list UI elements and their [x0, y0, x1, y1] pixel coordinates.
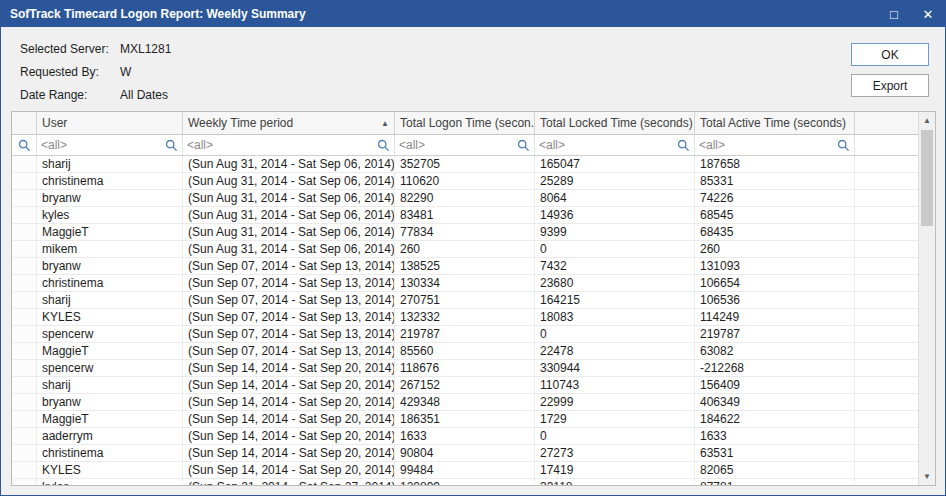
column-header-logon[interactable]: Total Logon Time (secon...: [395, 112, 535, 134]
table-row[interactable]: sharij(Sun Sep 14, 2014 - Sat Sep 20, 20…: [12, 377, 918, 394]
cell-logon[interactable]: 1633: [395, 428, 535, 445]
cell-user[interactable]: bryanw: [37, 258, 183, 275]
cell-active[interactable]: 187658: [695, 156, 855, 173]
cell-user[interactable]: kyles: [37, 207, 183, 224]
table-row[interactable]: MaggieT(Sun Sep 07, 2014 - Sat Sep 13, 2…: [12, 343, 918, 360]
table-row[interactable]: KYLES(Sun Sep 14, 2014 - Sat Sep 20, 201…: [12, 462, 918, 479]
column-header-active[interactable]: Total Active Time (seconds): [695, 112, 855, 134]
filter-cell-active[interactable]: <all>: [695, 135, 855, 155]
cell-logon[interactable]: 270751: [395, 292, 535, 309]
cell-user[interactable]: christinema: [37, 275, 183, 292]
cell-period[interactable]: (Sun Sep 07, 2014 - Sat Sep 13, 2014): [183, 258, 395, 275]
cell-period[interactable]: (Sun Aug 31, 2014 - Sat Sep 06, 2014): [183, 190, 395, 207]
cell-active[interactable]: 68545: [695, 207, 855, 224]
search-icon[interactable]: [377, 139, 390, 152]
cell-locked[interactable]: 25289: [535, 173, 695, 190]
cell-user[interactable]: sharij: [37, 292, 183, 309]
export-button[interactable]: Export: [851, 74, 929, 97]
cell-period[interactable]: (Sun Sep 14, 2014 - Sat Sep 20, 2014): [183, 394, 395, 411]
cell-active[interactable]: 114249: [695, 309, 855, 326]
cell-logon[interactable]: 260: [395, 241, 535, 258]
cell-period[interactable]: (Sun Sep 07, 2014 - Sat Sep 13, 2014): [183, 292, 395, 309]
cell-locked[interactable]: 22478: [535, 343, 695, 360]
filter-cell-locked[interactable]: <all>: [535, 135, 695, 155]
cell-active[interactable]: 68435: [695, 224, 855, 241]
cell-active[interactable]: 1633: [695, 428, 855, 445]
cell-active[interactable]: 82065: [695, 462, 855, 479]
scroll-down-icon[interactable]: ▼: [919, 468, 935, 485]
cell-period[interactable]: (Sun Sep 14, 2014 - Sat Sep 20, 2014): [183, 377, 395, 394]
table-row[interactable]: kyles(Sun Aug 31, 2014 - Sat Sep 06, 201…: [12, 207, 918, 224]
cell-user[interactable]: sharij: [37, 156, 183, 173]
cell-active[interactable]: 156409: [695, 377, 855, 394]
cell-locked[interactable]: 18083: [535, 309, 695, 326]
cell-logon[interactable]: 118676: [395, 360, 535, 377]
search-icon[interactable]: [18, 139, 31, 152]
cell-logon[interactable]: 267152: [395, 377, 535, 394]
scrollbar-thumb[interactable]: [921, 130, 933, 226]
cell-period[interactable]: (Sun Sep 07, 2014 - Sat Sep 13, 2014): [183, 309, 395, 326]
cell-period[interactable]: (Sun Sep 14, 2014 - Sat Sep 20, 2014): [183, 428, 395, 445]
filter-cell-indicator[interactable]: [12, 135, 37, 155]
cell-user[interactable]: bryanw: [37, 394, 183, 411]
cell-period[interactable]: (Sun Aug 31, 2014 - Sat Sep 06, 2014): [183, 224, 395, 241]
cell-active[interactable]: 63531: [695, 445, 855, 462]
cell-active[interactable]: 63082: [695, 343, 855, 360]
search-icon[interactable]: [677, 139, 690, 152]
cell-locked[interactable]: 165047: [535, 156, 695, 173]
cell-logon[interactable]: 132332: [395, 309, 535, 326]
table-row[interactable]: KYLES(Sun Sep 07, 2014 - Sat Sep 13, 201…: [12, 309, 918, 326]
cell-user[interactable]: MaggieT: [37, 224, 183, 241]
cell-locked[interactable]: 14936: [535, 207, 695, 224]
cell-active[interactable]: 219787: [695, 326, 855, 343]
cell-locked[interactable]: 1729: [535, 411, 695, 428]
table-row[interactable]: aaderrym(Sun Sep 14, 2014 - Sat Sep 20, …: [12, 428, 918, 445]
cell-logon[interactable]: 82290: [395, 190, 535, 207]
cell-period[interactable]: (Sun Sep 14, 2014 - Sat Sep 20, 2014): [183, 360, 395, 377]
cell-locked[interactable]: 0: [535, 241, 695, 258]
cell-active[interactable]: 131093: [695, 258, 855, 275]
cell-logon[interactable]: 77834: [395, 224, 535, 241]
cell-period[interactable]: (Sun Sep 14, 2014 - Sat Sep 20, 2014): [183, 411, 395, 428]
vertical-scrollbar[interactable]: ▲ ▼: [918, 112, 935, 485]
table-row[interactable]: kyles(Sun Sep 21, 2014 - Sat Sep 27, 201…: [12, 479, 918, 485]
scroll-up-icon[interactable]: ▲: [919, 112, 935, 129]
table-row[interactable]: sharij(Sun Aug 31, 2014 - Sat Sep 06, 20…: [12, 156, 918, 173]
cell-logon[interactable]: 90804: [395, 445, 535, 462]
cell-logon[interactable]: 186351: [395, 411, 535, 428]
filter-cell-user[interactable]: <all>: [37, 135, 183, 155]
table-row[interactable]: christinema(Sun Sep 14, 2014 - Sat Sep 2…: [12, 445, 918, 462]
search-icon[interactable]: [837, 139, 850, 152]
table-row[interactable]: bryanw(Sun Sep 07, 2014 - Sat Sep 13, 20…: [12, 258, 918, 275]
cell-logon[interactable]: 99484: [395, 462, 535, 479]
cell-locked[interactable]: 0: [535, 428, 695, 445]
cell-user[interactable]: christinema: [37, 173, 183, 190]
cell-user[interactable]: MaggieT: [37, 343, 183, 360]
titlebar[interactable]: SofTrack Timecard Logon Report: Weekly S…: [1, 1, 945, 27]
cell-user[interactable]: kyles: [37, 479, 183, 485]
cell-locked[interactable]: 110743: [535, 377, 695, 394]
cell-active[interactable]: 74226: [695, 190, 855, 207]
filter-cell-logon[interactable]: <all>: [395, 135, 535, 155]
close-icon[interactable]: ✕: [911, 1, 945, 27]
cell-active[interactable]: 184622: [695, 411, 855, 428]
table-row[interactable]: MaggieT(Sun Sep 14, 2014 - Sat Sep 20, 2…: [12, 411, 918, 428]
search-icon[interactable]: [165, 139, 178, 152]
scrollbar-track[interactable]: [919, 129, 935, 468]
table-row[interactable]: spencerw(Sun Sep 14, 2014 - Sat Sep 20, …: [12, 360, 918, 377]
cell-logon[interactable]: 130334: [395, 275, 535, 292]
cell-user[interactable]: spencerw: [37, 360, 183, 377]
table-row[interactable]: christinema(Sun Sep 07, 2014 - Sat Sep 1…: [12, 275, 918, 292]
cell-period[interactable]: (Sun Aug 31, 2014 - Sat Sep 06, 2014): [183, 173, 395, 190]
table-row[interactable]: christinema(Sun Aug 31, 2014 - Sat Sep 0…: [12, 173, 918, 190]
cell-active[interactable]: 260: [695, 241, 855, 258]
cell-period[interactable]: (Sun Sep 14, 2014 - Sat Sep 20, 2014): [183, 445, 395, 462]
cell-locked[interactable]: 7432: [535, 258, 695, 275]
cell-locked[interactable]: 9399: [535, 224, 695, 241]
cell-user[interactable]: bryanw: [37, 190, 183, 207]
cell-logon[interactable]: 120899: [395, 479, 535, 485]
cell-period[interactable]: (Sun Sep 07, 2014 - Sat Sep 13, 2014): [183, 275, 395, 292]
cell-locked[interactable]: 8064: [535, 190, 695, 207]
cell-user[interactable]: mikem: [37, 241, 183, 258]
cell-logon[interactable]: 219787: [395, 326, 535, 343]
